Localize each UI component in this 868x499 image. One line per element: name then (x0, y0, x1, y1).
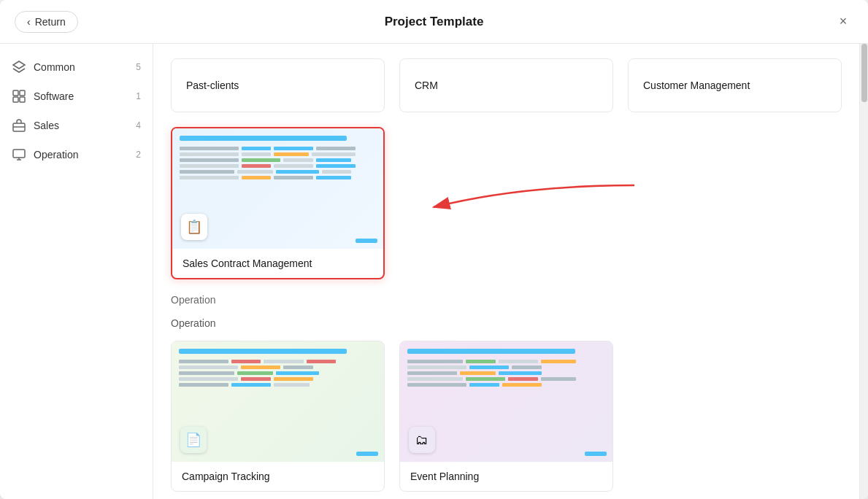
sidebar: Common 5 Software 1 (0, 44, 153, 499)
layers-icon (12, 60, 26, 74)
past-clients-label: Past-clients (186, 80, 239, 91)
card-icon-badge: 📋 (181, 214, 207, 240)
project-template-modal: ‹ Return Project Template × Common 5 (0, 0, 868, 499)
sidebar-item-operation-label: Operation (34, 149, 136, 160)
svg-rect-2 (13, 97, 18, 102)
modal-header: ‹ Return Project Template × (0, 0, 868, 44)
card-icon-badge-campaign: 📄 (180, 427, 207, 453)
scrollbar-thumb[interactable] (861, 44, 867, 102)
operation-title: Operation (171, 317, 842, 329)
sidebar-item-sales[interactable]: Sales 4 (0, 111, 153, 140)
template-name-campaign: Campaign Tracking (172, 462, 384, 491)
sidebar-item-software-label: Software (34, 90, 136, 102)
crm-label: CRM (415, 80, 438, 91)
software-templates-grid: 📋 Sales Contract Management (171, 127, 842, 279)
svg-rect-3 (20, 97, 25, 102)
top-cards-row: Past-clients CRM Customer Management (171, 58, 842, 112)
sidebar-item-software[interactable]: Software 1 (0, 82, 153, 111)
template-name-sales-contract: Sales Contract Management (172, 249, 383, 278)
grid-icon (12, 89, 26, 104)
template-card-campaign-tracking[interactable]: 📄 Campaign Tracking (171, 341, 385, 492)
svg-rect-0 (13, 90, 18, 96)
modal-body: Common 5 Software 1 (0, 44, 868, 499)
operation-templates-grid: 📄 Campaign Tracking (171, 341, 842, 492)
sidebar-item-sales-count: 4 (136, 120, 141, 131)
software-section: 📋 Sales Contract Management (171, 127, 842, 279)
operation-section: Operation Operation (171, 294, 842, 492)
sidebar-item-common-label: Common (34, 61, 136, 73)
chevron-left-icon: ‹ (27, 16, 31, 28)
svg-rect-1 (20, 90, 25, 96)
close-button[interactable]: × (833, 12, 853, 32)
template-preview-event: 🗂 (400, 341, 612, 462)
sidebar-item-software-count: 1 (136, 91, 141, 101)
preview-mockup: 📋 (172, 128, 383, 249)
content-area: Past-clients CRM Customer Management (153, 44, 859, 499)
monitor-icon (12, 147, 26, 162)
template-name-event: Event Planning (400, 462, 612, 491)
template-preview-campaign: 📄 (172, 341, 384, 462)
modal-title: Project Template (385, 15, 484, 29)
close-icon: × (840, 14, 848, 29)
template-card-sales-contract[interactable]: 📋 Sales Contract Management (171, 127, 385, 279)
preview-mockup-event: 🗂 (400, 341, 612, 462)
customer-management-label: Customer Management (643, 80, 750, 91)
sidebar-item-common-count: 5 (136, 62, 141, 72)
sidebar-item-operation[interactable]: Operation 2 (0, 140, 153, 169)
sidebar-item-common[interactable]: Common 5 (0, 53, 153, 82)
operation-section-label: Operation (171, 294, 842, 306)
template-card-event-planning[interactable]: 🗂 Event Planning (399, 341, 613, 492)
top-card-customer-management[interactable]: Customer Management (628, 58, 842, 112)
sidebar-item-sales-label: Sales (34, 120, 136, 131)
sidebar-item-operation-count: 2 (136, 150, 141, 160)
top-card-crm[interactable]: CRM (399, 58, 613, 112)
return-label: Return (35, 16, 66, 28)
top-card-past-clients[interactable]: Past-clients (171, 58, 385, 112)
svg-rect-6 (13, 150, 25, 158)
preview-mockup-campaign: 📄 (172, 341, 384, 462)
return-button[interactable]: ‹ Return (15, 11, 78, 33)
template-preview-sales-contract: 📋 (172, 128, 383, 249)
card-icon-badge-event: 🗂 (409, 427, 435, 453)
briefcase-icon (12, 118, 26, 133)
scrollbar-track[interactable] (859, 44, 868, 499)
